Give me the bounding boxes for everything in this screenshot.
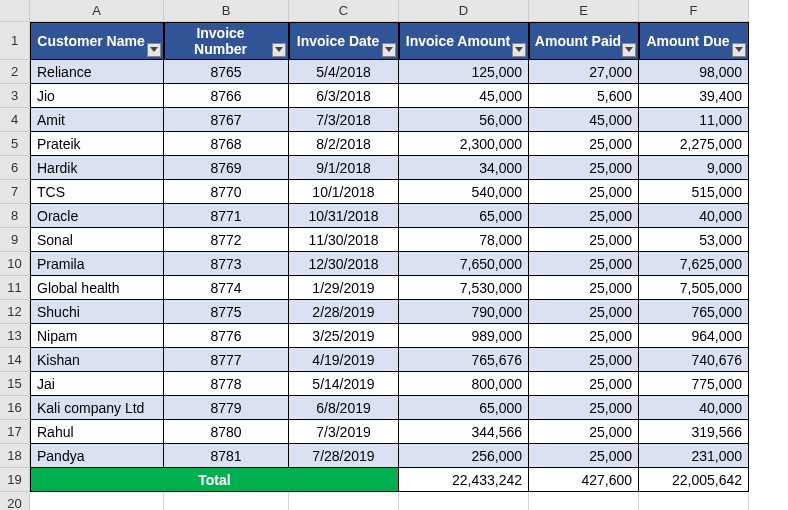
cell-invoice-number[interactable]: 8778 xyxy=(164,372,289,396)
cell-invoice-date[interactable]: 8/2/2018 xyxy=(289,132,399,156)
filter-dropdown-icon[interactable] xyxy=(732,43,746,57)
total-label[interactable]: Total xyxy=(30,468,399,492)
row-header[interactable]: 19 xyxy=(0,468,30,492)
row-header[interactable]: 14 xyxy=(0,348,30,372)
filter-dropdown-icon[interactable] xyxy=(382,43,396,57)
cell-amount-paid[interactable]: 5,600 xyxy=(529,84,639,108)
cell-amount-due[interactable]: 98,000 xyxy=(639,60,749,84)
cell-invoice-date[interactable]: 6/3/2018 xyxy=(289,84,399,108)
cell-amount-due[interactable]: 9,000 xyxy=(639,156,749,180)
empty-cell[interactable] xyxy=(289,492,399,510)
empty-cell[interactable] xyxy=(164,492,289,510)
row-header[interactable]: 13 xyxy=(0,324,30,348)
cell-amount-due[interactable]: 319,566 xyxy=(639,420,749,444)
table-header-cell[interactable]: Invoice Date xyxy=(289,22,399,60)
cell-amount-paid[interactable]: 25,000 xyxy=(529,348,639,372)
cell-invoice-amount[interactable]: 7,530,000 xyxy=(399,276,529,300)
row-header[interactable]: 3 xyxy=(0,84,30,108)
cell-amount-due[interactable]: 740,676 xyxy=(639,348,749,372)
cell-invoice-date[interactable]: 3/25/2019 xyxy=(289,324,399,348)
cell-customer[interactable]: Rahul xyxy=(30,420,164,444)
cell-invoice-date[interactable]: 12/30/2018 xyxy=(289,252,399,276)
cell-customer[interactable]: Kishan xyxy=(30,348,164,372)
filter-dropdown-icon[interactable] xyxy=(512,43,526,57)
cell-invoice-number[interactable]: 8766 xyxy=(164,84,289,108)
table-header-cell[interactable]: Amount Due xyxy=(639,22,749,60)
cell-invoice-date[interactable]: 7/3/2018 xyxy=(289,108,399,132)
column-header[interactable]: A xyxy=(30,0,164,22)
row-header[interactable]: 16 xyxy=(0,396,30,420)
cell-customer[interactable]: Sonal xyxy=(30,228,164,252)
cell-invoice-amount[interactable]: 65,000 xyxy=(399,396,529,420)
row-header[interactable]: 4 xyxy=(0,108,30,132)
row-header[interactable]: 8 xyxy=(0,204,30,228)
cell-customer[interactable]: Shuchi xyxy=(30,300,164,324)
cell-amount-paid[interactable]: 25,000 xyxy=(529,156,639,180)
cell-invoice-date[interactable]: 1/29/2019 xyxy=(289,276,399,300)
row-header[interactable]: 20 xyxy=(0,492,30,510)
cell-amount-paid[interactable]: 25,000 xyxy=(529,372,639,396)
cell-invoice-number[interactable]: 8775 xyxy=(164,300,289,324)
cell-customer[interactable]: Nipam xyxy=(30,324,164,348)
select-all-corner[interactable] xyxy=(0,0,30,22)
column-header[interactable]: B xyxy=(164,0,289,22)
table-header-cell[interactable]: Invoice Amount xyxy=(399,22,529,60)
cell-amount-paid[interactable]: 25,000 xyxy=(529,228,639,252)
cell-invoice-number[interactable]: 8780 xyxy=(164,420,289,444)
cell-amount-due[interactable]: 7,625,000 xyxy=(639,252,749,276)
cell-amount-paid[interactable]: 25,000 xyxy=(529,420,639,444)
cell-amount-paid[interactable]: 27,000 xyxy=(529,60,639,84)
filter-dropdown-icon[interactable] xyxy=(272,43,286,57)
cell-amount-due[interactable]: 515,000 xyxy=(639,180,749,204)
cell-customer[interactable]: Pramila xyxy=(30,252,164,276)
empty-cell[interactable] xyxy=(529,492,639,510)
cell-customer[interactable]: Prateik xyxy=(30,132,164,156)
row-header[interactable]: 9 xyxy=(0,228,30,252)
column-header[interactable]: F xyxy=(639,0,749,22)
cell-customer[interactable]: Reliance xyxy=(30,60,164,84)
cell-invoice-date[interactable]: 5/14/2019 xyxy=(289,372,399,396)
row-header[interactable]: 12 xyxy=(0,300,30,324)
cell-invoice-amount[interactable]: 65,000 xyxy=(399,204,529,228)
cell-customer[interactable]: TCS xyxy=(30,180,164,204)
cell-invoice-number[interactable]: 8770 xyxy=(164,180,289,204)
column-header[interactable]: D xyxy=(399,0,529,22)
cell-amount-paid[interactable]: 25,000 xyxy=(529,276,639,300)
cell-customer[interactable]: Pandya xyxy=(30,444,164,468)
cell-invoice-amount[interactable]: 2,300,000 xyxy=(399,132,529,156)
cell-invoice-amount[interactable]: 256,000 xyxy=(399,444,529,468)
table-header-cell[interactable]: Customer Name xyxy=(30,22,164,60)
cell-amount-due[interactable]: 40,000 xyxy=(639,396,749,420)
cell-amount-due[interactable]: 53,000 xyxy=(639,228,749,252)
total-amount[interactable]: 22,433,242 xyxy=(399,468,529,492)
row-header[interactable]: 7 xyxy=(0,180,30,204)
cell-amount-due[interactable]: 40,000 xyxy=(639,204,749,228)
cell-invoice-date[interactable]: 7/28/2019 xyxy=(289,444,399,468)
cell-invoice-date[interactable]: 11/30/2018 xyxy=(289,228,399,252)
cell-amount-paid[interactable]: 45,000 xyxy=(529,108,639,132)
total-due[interactable]: 22,005,642 xyxy=(639,468,749,492)
row-header[interactable]: 1 xyxy=(0,22,30,60)
cell-invoice-date[interactable]: 4/19/2019 xyxy=(289,348,399,372)
cell-invoice-number[interactable]: 8777 xyxy=(164,348,289,372)
cell-invoice-date[interactable]: 2/28/2019 xyxy=(289,300,399,324)
column-header[interactable]: E xyxy=(529,0,639,22)
empty-cell[interactable] xyxy=(30,492,164,510)
cell-amount-paid[interactable]: 25,000 xyxy=(529,396,639,420)
cell-amount-due[interactable]: 231,000 xyxy=(639,444,749,468)
cell-invoice-number[interactable]: 8771 xyxy=(164,204,289,228)
cell-amount-paid[interactable]: 25,000 xyxy=(529,132,639,156)
cell-invoice-amount[interactable]: 800,000 xyxy=(399,372,529,396)
cell-invoice-amount[interactable]: 765,676 xyxy=(399,348,529,372)
row-header[interactable]: 15 xyxy=(0,372,30,396)
cell-amount-paid[interactable]: 25,000 xyxy=(529,444,639,468)
cell-invoice-date[interactable]: 5/4/2018 xyxy=(289,60,399,84)
cell-invoice-amount[interactable]: 45,000 xyxy=(399,84,529,108)
cell-invoice-number[interactable]: 8772 xyxy=(164,228,289,252)
cell-invoice-amount[interactable]: 78,000 xyxy=(399,228,529,252)
cell-invoice-date[interactable]: 7/3/2019 xyxy=(289,420,399,444)
cell-invoice-number[interactable]: 8774 xyxy=(164,276,289,300)
cell-invoice-amount[interactable]: 540,000 xyxy=(399,180,529,204)
cell-invoice-amount[interactable]: 34,000 xyxy=(399,156,529,180)
table-header-cell[interactable]: Invoice Number xyxy=(164,22,289,60)
